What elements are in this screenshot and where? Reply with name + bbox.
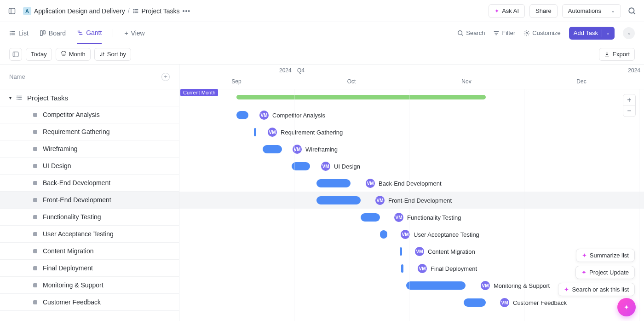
today-button[interactable]: Today [26, 48, 52, 61]
month-label: Sep [231, 78, 241, 85]
task-row[interactable]: Functionality Testing [0, 209, 179, 226]
chevron-down-icon[interactable]: ⌄ [606, 30, 610, 36]
task-bar[interactable] [464, 298, 486, 307]
task-bar[interactable] [380, 230, 387, 239]
assignee-avatar[interactable]: VM [481, 281, 490, 290]
more-options-button[interactable]: ⌄ [623, 27, 635, 39]
task-bar[interactable] [316, 179, 351, 187]
plus-icon: + [124, 29, 128, 37]
search-button[interactable]: Search [457, 29, 485, 36]
task-bar-label: VMFinal Deployment [418, 264, 477, 273]
assignee-avatar[interactable]: VM [415, 247, 424, 256]
gantt-row: VMFront-End Development [179, 192, 644, 209]
add-task-button[interactable]: Add Task ⌄ [569, 27, 615, 40]
task-row[interactable]: Competitor Analysis [0, 106, 179, 123]
view-tab-gantt[interactable]: Gantt [77, 22, 102, 44]
automations-button[interactable]: Automations⌄ [562, 4, 621, 18]
task-bar[interactable] [292, 162, 310, 170]
month-picker[interactable]: Month [56, 48, 91, 61]
panel-toggle-icon[interactable] [9, 48, 22, 61]
status-icon [33, 249, 37, 253]
sparkle-icon: ✦ [581, 269, 586, 276]
zoom-controls: + − [623, 94, 636, 117]
group-summary-bar[interactable] [236, 95, 486, 99]
more-icon[interactable]: ••• [183, 7, 191, 15]
svg-rect-0 [9, 8, 15, 14]
export-button[interactable]: Export [599, 48, 635, 61]
assignee-avatar[interactable]: VM [268, 128, 277, 137]
view-tab-board[interactable]: Board [40, 22, 66, 44]
task-bar[interactable] [263, 145, 282, 153]
task-bar[interactable] [400, 247, 402, 256]
search-icon[interactable] [626, 5, 638, 18]
gantt-row: VMRequirement Gathering [179, 123, 644, 140]
gantt-row: VMBack-End Development [179, 175, 644, 192]
task-bar-label: VMRequirement Gathering [268, 128, 343, 137]
workspace-name[interactable]: Application Design and Delivery [34, 7, 125, 15]
task-name: Final Deployment [43, 264, 93, 272]
task-row[interactable]: Customer Feedback [0, 294, 179, 311]
share-button[interactable]: Share [529, 4, 558, 18]
task-bar[interactable] [401, 264, 403, 273]
assignee-avatar[interactable]: VM [401, 230, 410, 239]
task-bar[interactable] [316, 196, 361, 204]
quarter-label: Q4 [297, 67, 305, 74]
svg-line-22 [462, 34, 463, 35]
svg-point-15 [10, 35, 11, 35]
assignee-avatar[interactable]: VM [375, 196, 385, 205]
svg-rect-16 [40, 30, 42, 35]
view-tab-list[interactable]: List [9, 22, 29, 44]
assignee-avatar[interactable]: VM [500, 298, 509, 307]
task-bar-label: VMWireframing [293, 145, 338, 154]
task-row[interactable]: Back-End Development [0, 175, 179, 192]
assignee-avatar[interactable]: VM [394, 213, 403, 222]
task-name: Requirement Gathering [43, 128, 110, 135]
assignee-avatar[interactable]: VM [366, 179, 375, 188]
zoom-out-button[interactable]: − [623, 105, 635, 117]
task-row[interactable]: Front-End Development [0, 192, 179, 209]
ai-fab-button[interactable]: ✦ [617, 298, 636, 316]
task-bar[interactable] [254, 128, 256, 136]
task-row[interactable]: UI Design [0, 158, 179, 175]
customize-button[interactable]: Customize [523, 29, 560, 36]
ask-ai-button[interactable]: ✦Ask AI [489, 4, 525, 18]
sidebar-toggle-icon[interactable] [6, 5, 18, 18]
month-label: Dec [576, 78, 586, 85]
task-name: UI Design [43, 162, 71, 169]
month-label: Nov [461, 78, 471, 85]
task-name: Monitoring & Support [43, 281, 104, 289]
ai-summarize-button[interactable]: ✦Summarize list [576, 249, 635, 262]
task-group-header[interactable]: ▾ Project Tasks [0, 89, 179, 106]
task-row[interactable]: User Acceptance Testing [0, 226, 179, 243]
status-icon [33, 198, 37, 202]
task-bar[interactable] [406, 281, 466, 290]
add-column-icon[interactable]: + [161, 73, 170, 81]
gridline [409, 89, 409, 321]
assignee-avatar[interactable]: VM [321, 162, 330, 171]
list-icon [16, 94, 23, 101]
task-name: Front-End Development [43, 196, 111, 204]
zoom-in-button[interactable]: + [623, 94, 635, 105]
sort-button[interactable]: Sort by [94, 48, 131, 61]
ai-project-update-button[interactable]: ✦Project Update [575, 266, 635, 279]
status-icon [33, 300, 37, 304]
task-row[interactable]: Content Migration [0, 243, 179, 260]
task-row[interactable]: Requirement Gathering [0, 123, 179, 140]
task-row[interactable]: Monitoring & Support [0, 277, 179, 294]
task-bar[interactable] [361, 213, 380, 222]
month-label: Oct [347, 78, 356, 85]
assignee-avatar[interactable]: VM [259, 111, 269, 120]
filter-button[interactable]: Filter [493, 29, 515, 36]
ai-search-button[interactable]: ✦Search or ask this list [558, 283, 635, 296]
sparkle-icon: ✦ [624, 303, 629, 311]
task-row[interactable]: Wireframing [0, 140, 179, 158]
status-icon [33, 147, 37, 151]
chevron-down-icon[interactable]: ⌄ [607, 8, 615, 14]
assignee-avatar[interactable]: VM [418, 264, 427, 273]
task-row[interactable]: Final Deployment [0, 260, 179, 277]
task-bar[interactable] [236, 111, 248, 119]
page-title[interactable]: Project Tasks [142, 7, 180, 15]
add-view-button[interactable]: + View [124, 22, 144, 44]
task-name: User Acceptance Testing [43, 230, 114, 238]
workspace-badge[interactable]: A [23, 7, 31, 15]
